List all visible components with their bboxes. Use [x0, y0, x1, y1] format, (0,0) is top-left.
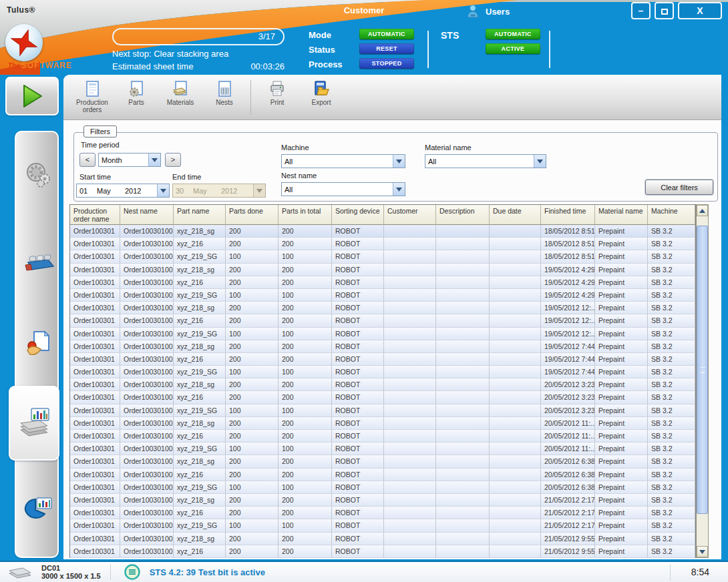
minimize-button[interactable]: –	[631, 2, 651, 19]
sheet-size: 3000 x 1500 x 1.5	[41, 572, 101, 580]
table-cell	[436, 238, 490, 250]
table-cell: xyz_219_SG	[174, 289, 226, 302]
table-row[interactable]: Order100301Order100301001xyz_218_sg20020…	[70, 340, 695, 353]
column-header[interactable]: Material name	[595, 205, 648, 225]
material-name-select[interactable]: All	[425, 154, 546, 168]
table-row[interactable]: Order100301Order100301001xyz_219_SG10010…	[70, 481, 695, 494]
column-header[interactable]: Customer	[384, 205, 436, 225]
table-row[interactable]: Order100301Order100301001xyz_218_sg20020…	[70, 455, 695, 468]
table-cell: 18/05/2012 8:51	[541, 250, 595, 263]
table-row[interactable]: Order100301Order100301001xyz_219_SG10010…	[70, 519, 695, 532]
table-cell: SB 3.2	[648, 533, 695, 545]
sidebar	[15, 131, 59, 558]
nest-name-select[interactable]: All	[281, 182, 405, 196]
table-scrollbar[interactable]	[696, 204, 709, 558]
table-cell: Order100301	[70, 481, 120, 494]
table-cell: 100	[226, 328, 279, 340]
toolbar-export-button[interactable]: Export	[299, 79, 343, 106]
table-row[interactable]: Order100301Order100301001xyz_219_SG10010…	[70, 366, 695, 378]
table-cell	[384, 417, 436, 430]
table-cell: Order100301001	[120, 264, 174, 276]
toolbar-materials-button[interactable]: Materials	[158, 79, 202, 106]
table-cell: Prepaint	[595, 238, 648, 250]
table-row[interactable]: Order100301Order100301001xyz_219_SG10010…	[70, 404, 695, 417]
column-header[interactable]: Nest name	[120, 205, 174, 225]
table-cell: Order100301	[70, 302, 120, 314]
table-row[interactable]: Order100301Order100301001xyz_216200200RO…	[70, 238, 695, 250]
table-cell: Order100301	[70, 443, 120, 455]
toolbar-production-orders-button[interactable]: Production orders	[70, 79, 114, 113]
table-cell	[436, 391, 490, 404]
table-cell: 19/05/2012 4:29	[541, 276, 595, 289]
users-button[interactable]: Users	[466, 4, 510, 19]
maximize-button[interactable]	[655, 2, 674, 19]
table-row[interactable]: Order100301Order100301001xyz_218_sg20020…	[70, 225, 695, 238]
column-header[interactable]: Finished time	[541, 205, 595, 225]
table-row[interactable]: Order100301Order100301001xyz_216200200RO…	[70, 391, 695, 404]
table-row[interactable]: Order100301Order100301001xyz_216200200RO…	[70, 507, 695, 519]
sidebar-item-manual-report[interactable]	[16, 320, 60, 367]
sidebar-item-tool-setup[interactable]	[16, 151, 60, 198]
next-period-button[interactable]: >	[165, 153, 181, 167]
column-header[interactable]: Sorting device	[332, 205, 384, 225]
table-cell	[490, 378, 541, 391]
previous-period-button[interactable]: <	[79, 153, 96, 167]
clear-filters-button[interactable]: Clear filters	[645, 180, 713, 195]
close-button[interactable]: X	[678, 2, 722, 19]
table-row[interactable]: Order100301Order100301001xyz_218_sg20020…	[70, 494, 695, 507]
column-header[interactable]: Parts done	[226, 205, 279, 225]
column-header[interactable]: Part name	[174, 205, 226, 225]
toolbar-nests-button[interactable]: Nests	[202, 79, 246, 106]
table-row[interactable]: Order100301Order100301001xyz_216200200RO…	[70, 469, 695, 481]
table-row[interactable]: Order100301Order100301001xyz_218_sg20020…	[70, 533, 695, 545]
machine-select[interactable]: All	[281, 154, 405, 168]
table-cell: Order100301001	[120, 353, 174, 366]
time-period-label: Time period	[81, 141, 120, 149]
table-cell	[490, 519, 541, 532]
toolbar-parts-button[interactable]: Parts	[114, 79, 158, 106]
column-header[interactable]: Production order name	[70, 205, 120, 225]
start-time-select[interactable]: 01 May 2012	[76, 184, 170, 198]
column-header[interactable]: Machine	[648, 205, 695, 225]
table-cell: xyz_216	[174, 430, 226, 443]
column-header[interactable]: Description	[436, 205, 490, 225]
table-row[interactable]: Order100301Order100301001xyz_216200200RO…	[70, 353, 695, 366]
end-time-select: 30 May 2012	[172, 184, 266, 198]
table-row[interactable]: Order100301Order100301001xyz_219_SG10010…	[70, 289, 695, 302]
table-row[interactable]: Order100301Order100301001xyz_216200200RO…	[70, 276, 695, 289]
table-cell	[384, 430, 436, 443]
table-cell: 200	[226, 353, 279, 366]
table-row[interactable]: Order100301Order100301001xyz_219_SG10010…	[70, 250, 695, 263]
scrollbar-thumb[interactable]	[697, 226, 708, 514]
table-row[interactable]: Order100301Order100301001xyz_216200200RO…	[70, 314, 695, 327]
status-status-badge: RESET	[359, 43, 414, 54]
table-row[interactable]: Order100301Order100301001xyz_219_SG10010…	[70, 443, 695, 455]
table-cell	[384, 302, 436, 314]
scroll-up-button[interactable]	[697, 205, 708, 216]
table-row[interactable]: Order100301Order100301001xyz_218_sg20020…	[70, 302, 695, 314]
table-cell: xyz_218_sg	[174, 302, 226, 314]
table-cell: ROBOT	[332, 276, 384, 289]
table-row[interactable]: Order100301Order100301001xyz_218_sg20020…	[70, 417, 695, 430]
time-period-select[interactable]: Month	[98, 153, 161, 167]
column-header[interactable]: Parts in total	[279, 205, 332, 225]
table-row[interactable]: Order100301Order100301001xyz_216200200RO…	[70, 545, 695, 558]
sidebar-item-machine-table[interactable]	[16, 239, 60, 286]
mode-label: Mode	[309, 30, 331, 40]
table-row[interactable]: Order100301Order100301001xyz_218_sg20020…	[70, 264, 695, 276]
column-header[interactable]: Due date	[490, 205, 541, 225]
table-row[interactable]: Order100301Order100301001xyz_219_SG10010…	[70, 328, 695, 340]
chevron-down-icon	[157, 184, 169, 197]
table-cell: 200	[279, 469, 332, 481]
sidebar-item-production-reports-selected[interactable]	[9, 386, 59, 461]
table-row[interactable]: Order100301Order100301001xyz_216200200RO…	[70, 430, 695, 443]
toolbar-print-button[interactable]: Print	[255, 79, 299, 106]
start-machine-button[interactable]	[5, 77, 59, 115]
sidebar-item-statistics[interactable]	[16, 486, 60, 533]
table-row[interactable]: Order100301Order100301001xyz_218_sg20020…	[70, 378, 695, 391]
scroll-down-button[interactable]	[697, 546, 708, 557]
table-cell: Prepaint	[595, 250, 648, 263]
toolbar-button-label: Print	[270, 99, 285, 106]
table-cell: ROBOT	[332, 519, 384, 532]
table-cell: Prepaint	[595, 289, 648, 302]
